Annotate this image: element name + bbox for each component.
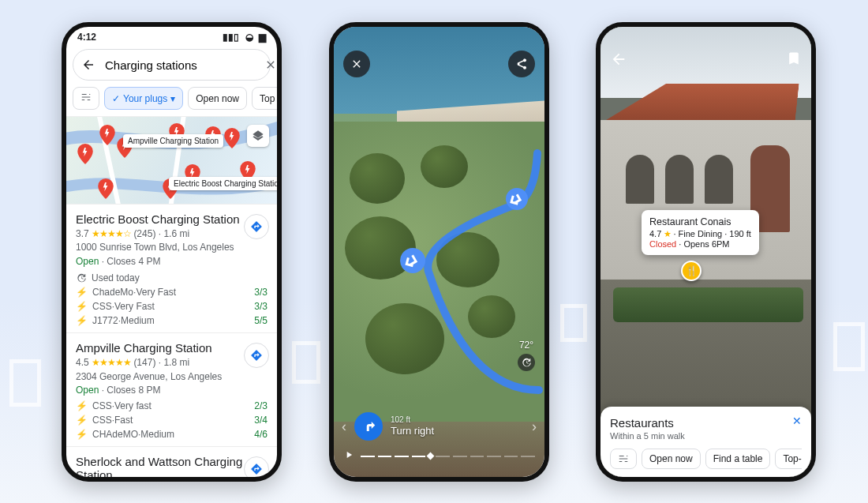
- phone-charging-stations: 4:12 ▮▮▯ ◒ ▆: [62, 22, 282, 482]
- result-card[interactable]: Sherlock and Wattson Charging Station 4.…: [66, 447, 277, 477]
- top-rated-chip[interactable]: Top-rated: [775, 449, 802, 469]
- turn-card[interactable]: ‹ 102 ft Turn right ›: [342, 412, 537, 441]
- signal-icon: ▮▮▯: [223, 32, 239, 43]
- timeline-scrubber[interactable]: [343, 449, 535, 463]
- result-card[interactable]: Ampville Charging Station 4.5 ★★★★★ (147…: [66, 333, 277, 447]
- bookmark-icon[interactable]: [786, 51, 802, 70]
- result-title: Sherlock and Wattson Charging Station: [76, 455, 268, 477]
- chevron-down-icon: ▾: [170, 93, 175, 104]
- sheet-title: Restaurants: [610, 416, 802, 430]
- share-button[interactable]: [508, 51, 535, 77]
- status-bar: 4:12 ▮▮▯ ◒ ▆: [66, 27, 277, 46]
- recent-use: Used today: [76, 272, 268, 283]
- phone-immersive-nav: 10:00 ◆ ▮ ▆ 72° ‹ 102 ft Turn right: [329, 22, 549, 482]
- tune-chip[interactable]: [73, 87, 99, 110]
- svg-point-1: [506, 188, 528, 210]
- find-table-chip[interactable]: Find a table: [705, 449, 771, 469]
- nav-path: [334, 27, 544, 477]
- time-icon: [518, 354, 535, 371]
- turn-instruction: Turn right: [391, 425, 434, 437]
- result-title: Electric Boost Charging Station: [76, 212, 268, 226]
- close-icon[interactable]: ✕: [792, 415, 802, 427]
- map-tooltip-ampville[interactable]: Ampville Charging Station: [123, 134, 223, 148]
- sheet-subtitle: Within a 5 min walk: [610, 431, 802, 441]
- result-meta: 3.7 ★★★★☆ (245) · 1.6 mi 1000 Sunrise To…: [76, 227, 268, 268]
- check-icon: ✓: [112, 93, 120, 104]
- wifi-icon: ◒: [245, 32, 253, 43]
- top-rated-chip[interactable]: Top rated: [252, 87, 277, 110]
- turn-distance: 102 ft: [391, 415, 434, 425]
- tune-chip[interactable]: [610, 449, 637, 469]
- bottom-sheet[interactable]: ✕ Restaurants Within a 5 min walk Open n…: [600, 407, 811, 477]
- poi-name: Restaurant Conais: [649, 216, 751, 227]
- back-icon[interactable]: [610, 51, 627, 70]
- result-card[interactable]: Electric Boost Charging Station 3.7 ★★★★…: [66, 205, 277, 333]
- open-now-chip[interactable]: Open now: [642, 449, 701, 469]
- search-bar[interactable]: [73, 49, 271, 81]
- open-now-chip[interactable]: Open now: [188, 87, 247, 110]
- layers-button[interactable]: [247, 125, 269, 147]
- weather-widget[interactable]: 72°: [518, 340, 535, 371]
- scrubber-thumb[interactable]: [427, 452, 435, 460]
- restaurant-pin-icon[interactable]: 🍴: [681, 261, 702, 281]
- tune-icon: [618, 453, 629, 464]
- clear-icon[interactable]: [264, 58, 277, 71]
- your-plugs-chip[interactable]: ✓ Your plugs ▾: [104, 87, 183, 110]
- result-title: Ampville Charging Station: [76, 341, 268, 355]
- back-icon[interactable]: [81, 58, 95, 72]
- directions-button[interactable]: [244, 456, 269, 477]
- battery-icon: ▆: [259, 32, 266, 43]
- stars-icon: ★★★★☆: [92, 228, 131, 239]
- history-icon: [76, 272, 87, 283]
- clock: 4:12: [77, 32, 96, 43]
- bolt-icon: ⚡: [76, 287, 88, 298]
- phone-street-view-lens: 12:57 ◒ ▮ ▯ Restaurant Conais 4.7 ★ · Fi…: [596, 22, 816, 482]
- directions-button[interactable]: [244, 343, 269, 368]
- chevron-right-icon[interactable]: ›: [532, 419, 537, 435]
- temperature: 72°: [518, 340, 535, 351]
- star-icon: ★: [664, 229, 671, 238]
- map-tooltip-electric-boost[interactable]: Electric Boost Charging Station: [169, 177, 277, 190]
- play-icon[interactable]: [343, 449, 354, 463]
- map-preview[interactable]: Ampville Charging Station Electric Boost…: [66, 116, 277, 205]
- turn-right-icon: [354, 412, 383, 441]
- filter-chips: ✓ Your plugs ▾ Open now Top rated: [66, 81, 277, 116]
- poi-popup[interactable]: Restaurant Conais 4.7 ★ · Fine Dining · …: [642, 210, 759, 255]
- directions-button[interactable]: [244, 214, 269, 239]
- tune-icon: [80, 92, 92, 105]
- chevron-left-icon[interactable]: ‹: [342, 419, 346, 435]
- close-button[interactable]: [343, 51, 370, 77]
- status-icons: ▮▮▯ ◒ ▆: [219, 32, 266, 43]
- svg-point-0: [400, 248, 425, 273]
- search-input[interactable]: [103, 58, 256, 73]
